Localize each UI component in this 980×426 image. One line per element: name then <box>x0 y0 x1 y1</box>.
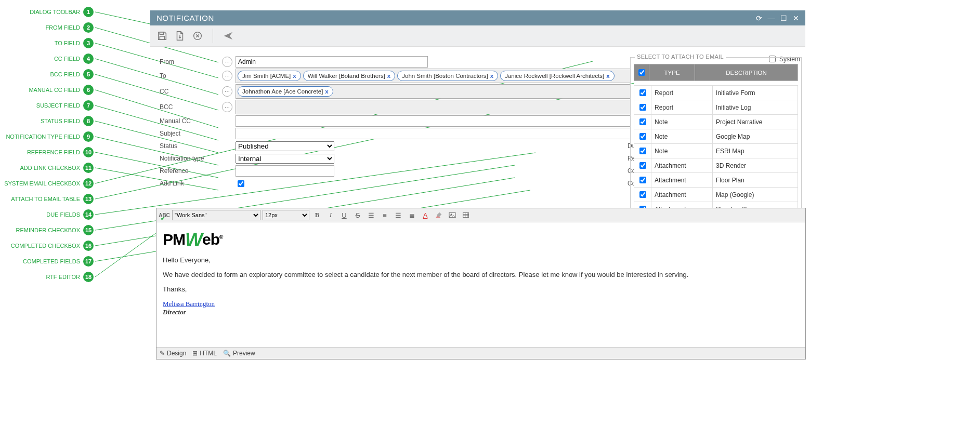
attach-select-all[interactable] <box>638 69 645 76</box>
align-right-button[interactable]: ☰ <box>393 210 404 220</box>
attach-row-checkbox[interactable] <box>639 104 646 111</box>
callout-2: FROM FIELD2 <box>0 22 94 33</box>
attach-row[interactable]: AttachmentFloor Plan <box>634 173 798 188</box>
fontsize-select[interactable]: 12px <box>263 210 309 220</box>
italic-button[interactable]: I <box>325 210 336 220</box>
attach-row-type: Note <box>651 115 713 129</box>
close-icon[interactable]: ✕ <box>793 14 800 22</box>
attach-row-desc: Initiative Log <box>713 100 798 115</box>
attach-row-desc: ESRI Map <box>713 144 798 158</box>
subject-input[interactable] <box>236 128 631 139</box>
spellcheck-button[interactable]: ABC✔ <box>159 210 170 220</box>
editor-content[interactable]: PMWeb® Hello Everyone, We have decided t… <box>156 222 805 347</box>
signature-name[interactable]: Melissa Barrington <box>163 300 215 308</box>
chip-remove-icon[interactable]: x <box>387 73 390 79</box>
maximize-icon[interactable]: ☐ <box>780 14 788 22</box>
align-center-button[interactable]: ≡ <box>379 210 390 220</box>
status-select[interactable]: Published <box>236 141 334 151</box>
recipient-chip[interactable]: Janice Rockwell [Rockwell Architects] x <box>500 71 615 81</box>
export-button[interactable] <box>173 29 187 43</box>
callout-badge: 17 <box>83 256 94 267</box>
cc-label: CC <box>155 86 222 97</box>
attach-row-checkbox[interactable] <box>639 148 646 154</box>
callout-10: REFERENCE FIELD10 <box>0 147 94 158</box>
to-picker-button[interactable]: ⋯ <box>222 71 232 81</box>
bcc-chip-well[interactable] <box>236 100 631 114</box>
bold-button[interactable]: B <box>311 210 323 220</box>
font-select[interactable]: "Work Sans" <box>172 210 260 220</box>
callout-badge: 8 <box>83 116 94 126</box>
callout-label: MANUAL CC FIELD <box>0 87 83 93</box>
attach-row-checkbox[interactable] <box>639 191 646 198</box>
manualcc-input[interactable] <box>236 115 631 127</box>
from-input[interactable] <box>236 56 428 68</box>
attach-row-type: Report <box>651 100 713 115</box>
strike-button[interactable]: S <box>352 210 363 220</box>
to-label: To <box>155 70 222 82</box>
status-label: Status <box>155 140 222 152</box>
chip-remove-icon[interactable]: x <box>293 73 296 79</box>
align-justify-button[interactable]: ≣ <box>406 210 417 220</box>
attach-header-desc: DESCRIPTION <box>695 64 798 81</box>
align-left-button[interactable]: ☰ <box>365 210 377 220</box>
tab-html[interactable]: ⊞ HTML <box>192 350 217 357</box>
font-color-button[interactable]: A <box>420 210 431 220</box>
chip-remove-icon[interactable]: x <box>606 73 609 79</box>
attach-row-checkbox[interactable] <box>639 162 646 169</box>
attach-row-checkbox[interactable] <box>639 177 646 183</box>
attach-row[interactable]: ReportInitiative Log <box>634 100 798 115</box>
image-button[interactable] <box>447 210 458 220</box>
manualcc-label: Manual CC <box>155 115 222 127</box>
bcc-picker-button[interactable]: ⋯ <box>222 102 232 112</box>
attach-row[interactable]: AttachmentMap (Google) <box>634 188 798 202</box>
underline-button[interactable]: U <box>338 210 350 220</box>
attach-row[interactable]: NoteGoogle Map <box>634 129 798 144</box>
chip-remove-icon[interactable]: x <box>325 88 328 95</box>
addlink-checkbox[interactable] <box>238 180 244 187</box>
notiftype-label: Notification type <box>155 153 222 164</box>
attach-row-checkbox[interactable] <box>639 89 646 96</box>
tab-design[interactable]: ✎ Design <box>160 350 186 357</box>
save-button[interactable] <box>155 29 169 43</box>
recipient-chip[interactable]: Jim Smith [ACME] x <box>238 71 301 81</box>
recipient-chip[interactable]: John Smith [Boston Contractors] x <box>397 71 498 81</box>
callout-9: NOTIFICATION TYPE FIELD9 <box>0 131 94 142</box>
callout-badge: 18 <box>83 272 94 282</box>
callout-badge: 4 <box>83 54 94 64</box>
tab-preview[interactable]: 🔍 Preview <box>223 350 255 357</box>
cc-chip-well[interactable]: Johnathon Ace [Ace Concrete] x <box>236 84 631 99</box>
highlight-button[interactable] <box>433 210 445 220</box>
callout-badge: 14 <box>83 209 94 220</box>
chip-remove-icon[interactable]: x <box>490 73 493 79</box>
callout-8: STATUS FIELD8 <box>0 115 94 127</box>
attach-legend: SELECT TO ATTACH TO EMAIL <box>635 54 726 60</box>
reference-label: Reference <box>155 165 222 177</box>
dialog-titlebar[interactable]: NOTIFICATION ⟳ — ☐ ✕ <box>150 10 805 25</box>
attach-row-checkbox[interactable] <box>639 133 646 140</box>
minimize-icon[interactable]: — <box>768 14 776 22</box>
refresh-icon[interactable]: ⟳ <box>756 14 763 22</box>
callout-label: DIALOG TOOLBAR <box>0 9 83 15</box>
recipient-chip[interactable]: Johnathon Ace [Ace Concrete] x <box>238 86 333 97</box>
callout-badge: 16 <box>83 241 94 251</box>
callout-label: REMINDER CHECKBOX <box>0 227 83 233</box>
callout-badge: 10 <box>83 147 94 157</box>
cc-picker-button[interactable]: ⋯ <box>222 86 232 97</box>
callout-label: SYSTEM EMAIL CHECKBOX <box>0 180 83 187</box>
to-chip-well[interactable]: Jim Smith [ACME] xWill Walker [Boland Br… <box>236 69 631 83</box>
attach-row[interactable]: NoteESRI Map <box>634 144 798 158</box>
send-button[interactable] <box>221 29 235 43</box>
recipient-chip[interactable]: Will Walker [Boland Brothers] x <box>303 71 396 81</box>
attach-row-checkbox[interactable] <box>639 118 646 125</box>
notiftype-select[interactable]: Internal <box>236 154 334 164</box>
body-greeting: Hello Everyone, <box>163 256 799 264</box>
reference-input[interactable] <box>236 165 334 177</box>
from-picker-button[interactable]: ⋯ <box>222 57 232 67</box>
cancel-button[interactable] <box>191 29 204 43</box>
attach-row[interactable]: NoteProject Narrative <box>634 115 798 129</box>
callout-label: TO FIELD <box>0 40 83 46</box>
attach-row[interactable]: Attachment3D Render <box>634 158 798 173</box>
attach-row-desc: Floor Plan <box>713 173 798 188</box>
table-button[interactable] <box>460 210 472 220</box>
attach-row[interactable]: ReportInitiative Form <box>634 86 798 100</box>
